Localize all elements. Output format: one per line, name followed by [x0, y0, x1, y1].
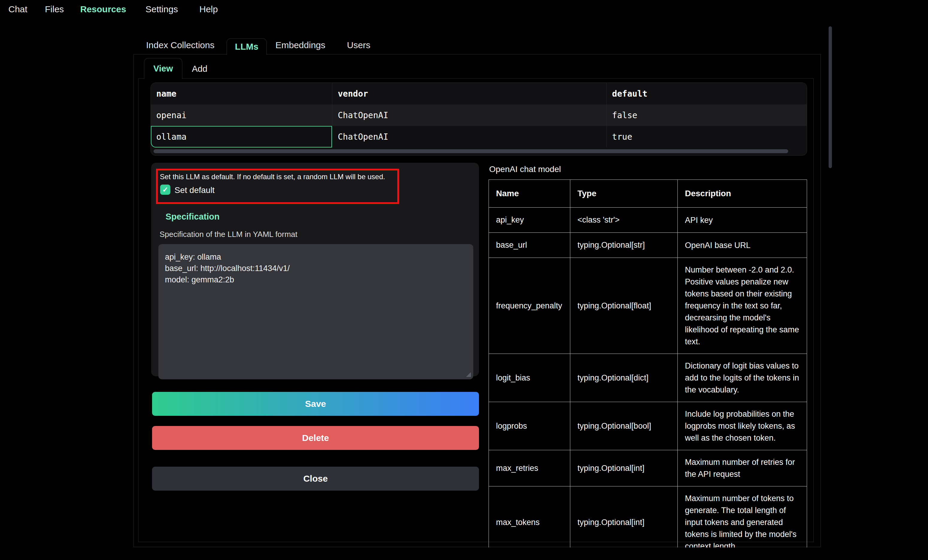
param-description: Maximum number of retries for the API re… — [678, 450, 807, 486]
params-col-description: Description — [678, 180, 807, 208]
vertical-scrollbar[interactable] — [829, 26, 832, 168]
param-type: <class 'str'> — [570, 208, 678, 233]
nav-item-chat[interactable]: Chat — [8, 4, 27, 14]
llm-detail-panel: Set this LLM as default. If no default i… — [151, 163, 479, 376]
checkmark-icon: ✓ — [162, 186, 168, 194]
specification-heading: Specification — [166, 212, 220, 222]
cell-default[interactable]: true — [606, 126, 807, 148]
cell-default[interactable]: false — [606, 104, 807, 126]
params-table: Name Type Description api_key <class 'st… — [488, 180, 807, 548]
table-row: base_url typing.Optional[str] OpenAI bas… — [489, 233, 807, 258]
table-row: logprobs typing.Optional[bool] Include l… — [489, 402, 807, 450]
nav-item-settings[interactable]: Settings — [145, 4, 178, 14]
param-description: Dictionary of logit bias values to add t… — [678, 354, 807, 402]
table-row-ollama-selected[interactable]: ollama ChatOpenAI true — [151, 126, 807, 148]
param-description: Number between -2.0 and 2.0. Positive va… — [678, 258, 807, 354]
subtab-add[interactable]: Add — [192, 64, 208, 74]
table-row: api_key <class 'str'> API key — [489, 208, 807, 233]
param-name: frequency_penalty — [489, 258, 570, 354]
param-type: typing.Optional[bool] — [570, 402, 678, 450]
close-button[interactable]: Close — [152, 467, 479, 491]
params-header-row: Name Type Description — [489, 180, 807, 208]
params-col-type: Type — [570, 180, 678, 208]
table-row: logit_bias typing.Optional[dict] Diction… — [489, 354, 807, 402]
param-name: logit_bias — [489, 354, 570, 402]
param-name: max_tokens — [489, 486, 570, 548]
param-description: Include log probabilities on the logprob… — [678, 402, 807, 450]
horizontal-scrollbar[interactable] — [154, 149, 788, 153]
param-description: OpenAI base URL — [678, 233, 807, 258]
set-default-note: Set this LLM as default. If no default i… — [160, 173, 396, 181]
tab-embeddings[interactable]: Embeddings — [275, 40, 325, 50]
param-type: typing.Optional[dict] — [570, 354, 678, 402]
param-type: typing.Optional[str] — [570, 233, 678, 258]
app-window: Chat Files Resources Settings Help Index… — [0, 0, 928, 560]
subtab-view-active[interactable]: View — [144, 58, 182, 79]
param-type: typing.Optional[int] — [570, 486, 678, 548]
annotation-highlight: Set this LLM as default. If no default i… — [156, 169, 399, 204]
llm-col-vendor: vendor — [332, 83, 606, 104]
param-description: API key — [678, 208, 807, 233]
spec-yaml-textarea[interactable]: api_key: ollama base_url: http://localho… — [158, 244, 473, 379]
set-default-label: Set default — [174, 186, 215, 195]
param-name: api_key — [489, 208, 570, 233]
llm-list-table: name vendor default openai ChatOpenAI fa… — [151, 82, 807, 155]
param-name: base_url — [489, 233, 570, 258]
tab-users[interactable]: Users — [347, 40, 370, 50]
tab-index-collections[interactable]: Index Collections — [146, 40, 214, 50]
param-name: max_retries — [489, 450, 570, 486]
param-description: Maximum number of tokens to generate. Th… — [678, 486, 807, 548]
llm-table-header-row: name vendor default — [151, 83, 807, 104]
param-type: typing.Optional[float] — [570, 258, 678, 354]
params-panel-title: OpenAI chat model — [489, 164, 561, 174]
nav-item-files[interactable]: Files — [45, 4, 64, 14]
params-table-container: Name Type Description api_key <class 'st… — [488, 180, 807, 548]
tab-llms-active[interactable]: LLMs — [227, 38, 267, 55]
nav-item-help[interactable]: Help — [199, 4, 218, 14]
param-type: typing.Optional[int] — [570, 450, 678, 486]
cell-vendor[interactable]: ChatOpenAI — [332, 104, 606, 126]
llm-col-name: name — [151, 83, 332, 104]
table-row: frequency_penalty typing.Optional[float]… — [489, 258, 807, 354]
params-col-name: Name — [489, 180, 570, 208]
table-row: max_retries typing.Optional[int] Maximum… — [489, 450, 807, 486]
delete-button[interactable]: Delete — [152, 426, 479, 450]
specification-sublabel: Specification of the LLM in YAML format — [160, 230, 298, 239]
table-row: max_tokens typing.Optional[int] Maximum … — [489, 486, 807, 548]
cell-name[interactable]: openai — [151, 104, 332, 126]
cell-vendor[interactable]: ChatOpenAI — [332, 126, 606, 148]
save-button[interactable]: Save — [152, 392, 479, 416]
llm-col-default: default — [606, 83, 807, 104]
param-name: logprobs — [489, 402, 570, 450]
nav-item-resources[interactable]: Resources — [80, 4, 126, 14]
set-default-checkbox[interactable]: ✓ — [160, 184, 170, 195]
cell-name-selected[interactable]: ollama — [151, 126, 332, 148]
table-row-openai[interactable]: openai ChatOpenAI false — [151, 104, 807, 126]
